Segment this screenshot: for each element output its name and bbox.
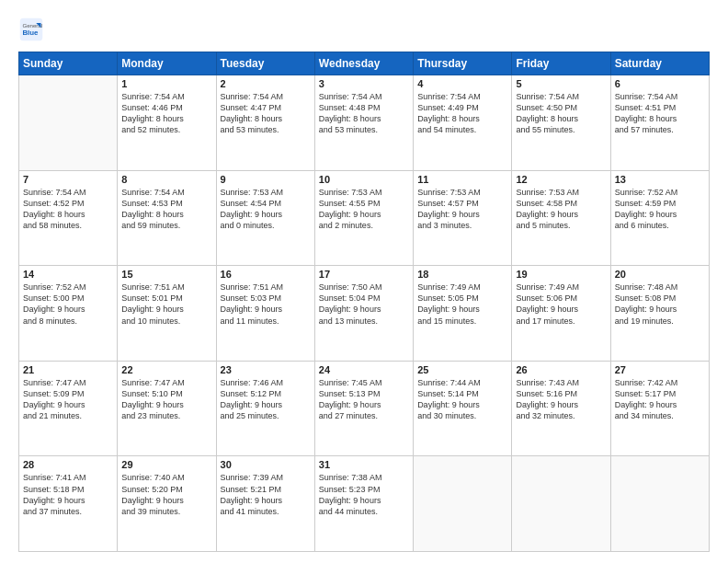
day-cell: 23Sunrise: 7:46 AM Sunset: 5:12 PM Dayli…	[216, 361, 314, 456]
svg-text:Blue: Blue	[22, 29, 39, 37]
day-cell: 15Sunrise: 7:51 AM Sunset: 5:01 PM Dayli…	[118, 266, 216, 362]
day-cell: 14Sunrise: 7:52 AM Sunset: 5:00 PM Dayli…	[19, 266, 118, 362]
day-number: 28	[23, 459, 113, 470]
day-info: Sunrise: 7:52 AM Sunset: 5:00 PM Dayligh…	[23, 282, 113, 327]
day-info: Sunrise: 7:47 AM Sunset: 5:09 PM Dayligh…	[23, 377, 113, 422]
weekday-saturday: Saturday	[610, 52, 709, 75]
day-info: Sunrise: 7:41 AM Sunset: 5:18 PM Dayligh…	[23, 472, 113, 517]
weekday-sunday: Sunday	[19, 52, 118, 75]
day-number: 26	[516, 364, 606, 375]
day-cell: 19Sunrise: 7:49 AM Sunset: 5:06 PM Dayli…	[512, 266, 610, 362]
day-cell: 3Sunrise: 7:54 AM Sunset: 4:48 PM Daylig…	[314, 75, 413, 171]
day-cell: 25Sunrise: 7:44 AM Sunset: 5:14 PM Dayli…	[414, 361, 512, 456]
day-cell: 27Sunrise: 7:42 AM Sunset: 5:17 PM Dayli…	[610, 361, 709, 456]
day-cell: 16Sunrise: 7:51 AM Sunset: 5:03 PM Dayli…	[216, 266, 314, 362]
day-info: Sunrise: 7:39 AM Sunset: 5:21 PM Dayligh…	[221, 472, 311, 517]
day-number: 10	[319, 174, 409, 185]
day-number: 14	[23, 269, 113, 280]
day-cell: 12Sunrise: 7:53 AM Sunset: 4:58 PM Dayli…	[512, 170, 610, 266]
day-number: 16	[221, 269, 311, 280]
logo-icon: General Blue	[18, 17, 44, 42]
day-number: 6	[615, 78, 705, 89]
day-number: 31	[319, 459, 409, 470]
week-row-0: 1Sunrise: 7:54 AM Sunset: 4:46 PM Daylig…	[19, 75, 710, 171]
day-cell: 9Sunrise: 7:53 AM Sunset: 4:54 PM Daylig…	[216, 170, 314, 266]
day-number: 25	[417, 364, 507, 375]
day-info: Sunrise: 7:49 AM Sunset: 5:05 PM Dayligh…	[417, 282, 507, 327]
day-number: 11	[417, 174, 507, 185]
day-cell	[512, 456, 610, 552]
weekday-wednesday: Wednesday	[314, 52, 413, 75]
day-cell: 29Sunrise: 7:40 AM Sunset: 5:20 PM Dayli…	[118, 456, 216, 552]
day-number: 18	[417, 269, 507, 280]
day-cell: 26Sunrise: 7:43 AM Sunset: 5:16 PM Dayli…	[512, 361, 610, 456]
day-cell	[19, 75, 118, 171]
day-info: Sunrise: 7:53 AM Sunset: 4:54 PM Dayligh…	[221, 187, 311, 232]
day-number: 5	[516, 78, 606, 89]
day-number: 22	[121, 364, 211, 375]
day-info: Sunrise: 7:54 AM Sunset: 4:49 PM Dayligh…	[417, 91, 507, 136]
day-info: Sunrise: 7:46 AM Sunset: 5:12 PM Dayligh…	[221, 377, 311, 422]
day-cell: 11Sunrise: 7:53 AM Sunset: 4:57 PM Dayli…	[414, 170, 512, 266]
day-cell: 21Sunrise: 7:47 AM Sunset: 5:09 PM Dayli…	[19, 361, 118, 456]
day-cell: 6Sunrise: 7:54 AM Sunset: 4:51 PM Daylig…	[610, 75, 709, 171]
day-number: 21	[23, 364, 113, 375]
day-number: 12	[516, 174, 606, 185]
weekday-header-row: SundayMondayTuesdayWednesdayThursdayFrid…	[19, 52, 710, 75]
weekday-friday: Friday	[512, 52, 610, 75]
day-cell: 4Sunrise: 7:54 AM Sunset: 4:49 PM Daylig…	[414, 75, 512, 171]
day-info: Sunrise: 7:50 AM Sunset: 5:04 PM Dayligh…	[319, 282, 409, 327]
day-number: 8	[121, 174, 211, 185]
day-cell: 2Sunrise: 7:54 AM Sunset: 4:47 PM Daylig…	[216, 75, 314, 171]
week-row-3: 21Sunrise: 7:47 AM Sunset: 5:09 PM Dayli…	[19, 361, 710, 456]
day-cell: 28Sunrise: 7:41 AM Sunset: 5:18 PM Dayli…	[19, 456, 118, 552]
weekday-tuesday: Tuesday	[216, 52, 314, 75]
day-cell: 24Sunrise: 7:45 AM Sunset: 5:13 PM Dayli…	[314, 361, 413, 456]
day-info: Sunrise: 7:45 AM Sunset: 5:13 PM Dayligh…	[319, 377, 409, 422]
day-cell: 31Sunrise: 7:38 AM Sunset: 5:23 PM Dayli…	[314, 456, 413, 552]
day-number: 24	[319, 364, 409, 375]
week-row-4: 28Sunrise: 7:41 AM Sunset: 5:18 PM Dayli…	[19, 456, 710, 552]
day-cell: 5Sunrise: 7:54 AM Sunset: 4:50 PM Daylig…	[512, 75, 610, 171]
day-info: Sunrise: 7:49 AM Sunset: 5:06 PM Dayligh…	[516, 282, 606, 327]
day-cell	[414, 456, 512, 552]
day-number: 30	[221, 459, 311, 470]
day-info: Sunrise: 7:38 AM Sunset: 5:23 PM Dayligh…	[319, 472, 409, 517]
day-number: 20	[615, 269, 705, 280]
day-info: Sunrise: 7:51 AM Sunset: 5:03 PM Dayligh…	[221, 282, 311, 327]
day-number: 13	[615, 174, 705, 185]
day-info: Sunrise: 7:40 AM Sunset: 5:20 PM Dayligh…	[121, 472, 211, 517]
page: General Blue SundayMondayTuesdayWednesda…	[0, 0, 728, 563]
day-info: Sunrise: 7:54 AM Sunset: 4:46 PM Dayligh…	[121, 91, 211, 136]
day-info: Sunrise: 7:54 AM Sunset: 4:50 PM Dayligh…	[516, 91, 606, 136]
day-info: Sunrise: 7:54 AM Sunset: 4:48 PM Dayligh…	[319, 91, 409, 136]
day-cell: 13Sunrise: 7:52 AM Sunset: 4:59 PM Dayli…	[610, 170, 709, 266]
day-info: Sunrise: 7:54 AM Sunset: 4:51 PM Dayligh…	[615, 91, 705, 136]
day-info: Sunrise: 7:54 AM Sunset: 4:47 PM Dayligh…	[221, 91, 311, 136]
day-number: 17	[319, 269, 409, 280]
week-row-1: 7Sunrise: 7:54 AM Sunset: 4:52 PM Daylig…	[19, 170, 710, 266]
day-cell: 10Sunrise: 7:53 AM Sunset: 4:55 PM Dayli…	[314, 170, 413, 266]
day-info: Sunrise: 7:47 AM Sunset: 5:10 PM Dayligh…	[121, 377, 211, 422]
day-info: Sunrise: 7:48 AM Sunset: 5:08 PM Dayligh…	[615, 282, 705, 327]
day-number: 23	[221, 364, 311, 375]
calendar-table: SundayMondayTuesdayWednesdayThursdayFrid…	[18, 52, 710, 552]
day-number: 29	[121, 459, 211, 470]
day-info: Sunrise: 7:42 AM Sunset: 5:17 PM Dayligh…	[615, 377, 705, 422]
weekday-monday: Monday	[118, 52, 216, 75]
day-info: Sunrise: 7:51 AM Sunset: 5:01 PM Dayligh…	[121, 282, 211, 327]
day-number: 3	[319, 78, 409, 89]
day-info: Sunrise: 7:52 AM Sunset: 4:59 PM Dayligh…	[615, 187, 705, 232]
day-info: Sunrise: 7:54 AM Sunset: 4:53 PM Dayligh…	[121, 187, 211, 232]
day-number: 7	[23, 174, 113, 185]
day-info: Sunrise: 7:43 AM Sunset: 5:16 PM Dayligh…	[516, 377, 606, 422]
day-info: Sunrise: 7:53 AM Sunset: 4:55 PM Dayligh…	[319, 187, 409, 232]
week-row-2: 14Sunrise: 7:52 AM Sunset: 5:00 PM Dayli…	[19, 266, 710, 362]
day-cell: 20Sunrise: 7:48 AM Sunset: 5:08 PM Dayli…	[610, 266, 709, 362]
day-cell: 18Sunrise: 7:49 AM Sunset: 5:05 PM Dayli…	[414, 266, 512, 362]
day-info: Sunrise: 7:54 AM Sunset: 4:52 PM Dayligh…	[23, 187, 113, 232]
day-cell	[610, 456, 709, 552]
day-cell: 22Sunrise: 7:47 AM Sunset: 5:10 PM Dayli…	[118, 361, 216, 456]
day-number: 9	[221, 174, 311, 185]
day-number: 27	[615, 364, 705, 375]
